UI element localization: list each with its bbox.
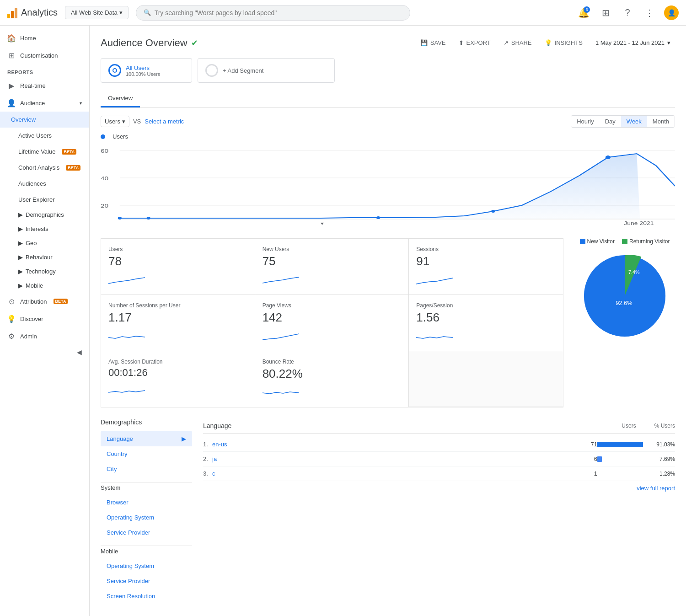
time-btn-week[interactable]: Week (621, 116, 647, 127)
metric-card-pages-session: Pages/Session 1.56 (409, 295, 563, 351)
returning-visitor-color (622, 239, 627, 244)
search-bar[interactable]: 🔍 (136, 5, 410, 21)
sidebar-item-customisation[interactable]: ⊞ Customisation (0, 47, 89, 64)
svg-point-11 (376, 216, 380, 219)
sparkline-avg-session (108, 382, 145, 396)
sidebar-item-realtime[interactable]: ▶ Real-time (0, 77, 89, 94)
vs-label: VS (133, 118, 141, 125)
demo-nav-country[interactable]: Country (101, 446, 192, 461)
time-btn-month[interactable]: Month (647, 116, 675, 127)
demo-label-c[interactable]: c (212, 470, 570, 477)
segment-circle-icon (108, 64, 121, 77)
insights-button[interactable]: 💡 INSIGHTS (540, 37, 587, 49)
apps-icon[interactable]: ⊞ (598, 5, 613, 20)
save-icon: 💾 (420, 39, 428, 46)
demo-nav-language[interactable]: Language ▶ (101, 431, 192, 446)
demographics-table: Language Users % Users 1. en-us 71 91.03… (203, 418, 675, 604)
svg-point-0 (113, 69, 117, 72)
site-selector[interactable]: All Web Site Data ▾ (65, 6, 129, 19)
legend-new-visitor: New Visitor (580, 238, 615, 245)
svg-text:20: 20 (101, 203, 108, 209)
sidebar-item-mobile[interactable]: ▶ Mobile (0, 279, 89, 293)
sidebar-item-demographics[interactable]: ▶ Demographics (0, 208, 89, 222)
beta-badge-lifetime: BETA (62, 149, 76, 155)
tab-overview[interactable]: Overview (101, 90, 140, 107)
metrics-grid: Users 78 New Users 75 Sessions 91 (101, 238, 563, 407)
tab-bar: Overview (101, 90, 675, 108)
demo-label-ja[interactable]: ja (212, 455, 570, 462)
sidebar-item-overview[interactable]: Overview (0, 112, 89, 128)
segments-row: All Users 100.00% Users + Add Segment (101, 58, 675, 83)
svg-text:June 2021: June 2021 (624, 221, 654, 226)
demo-nav-service-provider[interactable]: Service Provider (101, 525, 192, 540)
demo-nav-screen-resolution[interactable]: Screen Resolution (101, 589, 192, 604)
metric-card-new-users: New Users 75 (255, 239, 409, 295)
svg-text:60: 60 (101, 148, 108, 154)
demo-nav-mobile-service[interactable]: Service Provider (101, 573, 192, 589)
notifications-icon[interactable]: 🔔 3 (576, 5, 591, 20)
export-button[interactable]: ⬆ EXPORT (454, 37, 495, 49)
svg-point-13 (606, 155, 611, 159)
demo-row-1: 1. en-us 71 91.03% (203, 437, 675, 452)
sparkline-bounce-rate (263, 385, 299, 398)
metric-selectors: Users ▾ VS Select a metric (101, 116, 184, 127)
sidebar-item-attribution[interactable]: ⊙ Attribution BETA (0, 293, 89, 310)
sidebar-item-geo[interactable]: ▶ Geo (0, 236, 89, 250)
main-content: Audience Overview ✔ 💾 SAVE ⬆ EXPORT ↗ SH… (90, 26, 686, 616)
new-visitor-color (580, 239, 585, 244)
sidebar-collapse-button[interactable]: ◀ (0, 345, 89, 359)
view-full-report-link[interactable]: view full report (203, 481, 675, 495)
avatar[interactable]: 👤 (664, 5, 679, 20)
users-metric-dropdown[interactable]: Users ▾ (101, 116, 129, 127)
share-button[interactable]: ↗ SHARE (499, 37, 536, 49)
page-title-area: Audience Overview ✔ (101, 37, 198, 49)
all-users-segment[interactable]: All Users 100.00% Users (101, 58, 192, 83)
sidebar-item-interests[interactable]: ▶ Interests (0, 222, 89, 236)
sidebar-item-lifetime-value[interactable]: Lifetime Value BETA (0, 144, 89, 160)
sidebar-item-admin[interactable]: ⚙ Admin (0, 327, 89, 345)
pie-section: New Visitor Returning Visitor (574, 238, 675, 407)
sidebar-item-technology[interactable]: ▶ Technology (0, 264, 89, 279)
sidebar-item-cohort-analysis[interactable]: Cohort Analysis BETA (0, 160, 89, 176)
date-range-picker[interactable]: 1 May 2021 - 12 Jun 2021 ▾ (591, 37, 675, 49)
date-chevron-icon: ▾ (667, 39, 670, 46)
sidebar-item-user-explorer[interactable]: User Explorer (0, 192, 89, 208)
demographics-nav: Demographics Language ▶ Country City Sys… (101, 418, 192, 604)
add-segment-circle-icon (205, 64, 218, 77)
insights-icon: 💡 (545, 39, 552, 46)
search-input[interactable] (155, 9, 402, 16)
app-body: 🏠 Home ⊞ Customisation REPORTS ▶ Real-ti… (0, 26, 686, 616)
select-metric-link[interactable]: Select a metric (145, 118, 184, 125)
sidebar-item-audience[interactable]: 👤 Audience ▾ (0, 94, 89, 112)
metric-card-sessions: Sessions 91 (409, 239, 563, 295)
chevron-audience-icon: ▾ (80, 101, 82, 106)
sidebar-item-audiences[interactable]: Audiences (0, 176, 89, 192)
realtime-icon: ▶ (7, 81, 16, 90)
sidebar-item-active-users[interactable]: Active Users (0, 128, 89, 144)
time-btn-hourly[interactable]: Hourly (571, 116, 600, 127)
demo-nav-mobile-os[interactable]: Operating System (101, 558, 192, 573)
save-button[interactable]: 💾 SAVE (416, 37, 450, 49)
demo-row-3: 3. c 1 | 1.28% (203, 466, 675, 481)
demo-row-2: 2. ja 6 7.69% (203, 452, 675, 466)
time-btn-day[interactable]: Day (600, 116, 621, 127)
system-nav-title: System (101, 482, 192, 493)
more-icon[interactable]: ⋮ (642, 5, 657, 20)
help-icon[interactable]: ? (620, 5, 635, 20)
time-period-buttons: Hourly Day Week Month (571, 115, 675, 128)
chart-area: Users 60 40 20 (101, 133, 675, 227)
sidebar-item-discover[interactable]: 💡 Discover (0, 310, 89, 327)
export-icon: ⬆ (459, 39, 464, 46)
beta-badge-cohort: BETA (66, 165, 80, 171)
svg-text:▾: ▾ (321, 221, 324, 226)
sidebar-item-behaviour[interactable]: ▶ Behaviour (0, 250, 89, 264)
demo-label-en-us[interactable]: en-us (212, 441, 570, 448)
demo-table-header: Language Users % Users (203, 418, 675, 434)
add-segment-button[interactable]: + Add Segment (198, 58, 335, 83)
demo-nav-city[interactable]: City (101, 461, 192, 477)
demo-table-cols: Users % Users (622, 423, 675, 429)
admin-icon: ⚙ (7, 332, 16, 340)
sidebar-item-home[interactable]: 🏠 Home (0, 29, 89, 47)
demo-nav-browser[interactable]: Browser (101, 495, 192, 510)
demo-nav-os[interactable]: Operating System (101, 510, 192, 525)
